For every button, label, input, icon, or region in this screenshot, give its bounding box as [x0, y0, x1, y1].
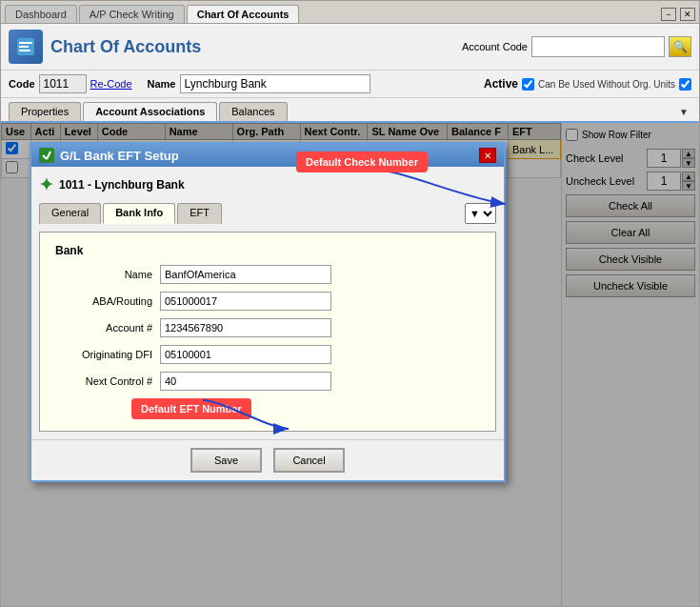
page-title: Chart Of Accounts [50, 37, 454, 57]
form-label-dfi: Originating DFI [55, 349, 160, 360]
svg-rect-1 [19, 42, 32, 44]
svg-rect-2 [19, 46, 29, 48]
dialog-footer: Save Cancel [31, 439, 504, 480]
form-row-account: Account # [55, 318, 480, 337]
page-header: Chart Of Accounts Account Code 🔍 [1, 24, 699, 71]
active-note: Can Be Used Without Org. Units [538, 79, 675, 90]
account-code-area: Account Code 🔍 [462, 36, 691, 57]
recode-link[interactable]: Re-Code [90, 78, 132, 90]
name-input[interactable] [180, 74, 370, 93]
name-label: Name [148, 78, 176, 90]
sub-tab-account-associations[interactable]: Account Associations [83, 102, 217, 121]
minimize-button[interactable]: − [661, 8, 676, 21]
close-button[interactable]: ✕ [680, 8, 695, 21]
dialog-title-icon [39, 148, 54, 163]
tab-chart-accounts[interactable]: Chart Of Accounts [187, 5, 300, 23]
account-code-label: Account Code [462, 41, 528, 52]
dialog-account-title: 1011 - Lynchburg Bank [59, 178, 185, 192]
sub-tab-balances[interactable]: Balances [219, 102, 287, 121]
dialog-title-bar: G/L Bank EFT Setup ✕ [31, 144, 504, 167]
window-controls: − ✕ [661, 8, 695, 23]
main-window: Dashboard A/P Check Writing Chart Of Acc… [0, 0, 700, 607]
code-input[interactable] [39, 74, 87, 93]
save-button[interactable]: Save [190, 448, 262, 473]
form-input-name[interactable] [160, 265, 331, 284]
dialog-overlay: G/L Bank EFT Setup ✕ ✦ 1011 - Lynchburg … [1, 123, 699, 606]
active-note-checkbox[interactable] [679, 78, 691, 91]
dialog-tab-bank-info[interactable]: Bank Info [103, 203, 175, 224]
sub-tab-properties[interactable]: Properties [9, 102, 81, 121]
bank-section-label: Bank [55, 244, 480, 257]
svg-rect-3 [19, 50, 30, 51]
form-label-account: Account # [55, 322, 160, 334]
tab-check-writing[interactable]: A/P Check Writing [79, 5, 185, 23]
search-button[interactable]: 🔍 [669, 36, 691, 57]
cancel-button[interactable]: Cancel [273, 448, 345, 473]
content-area: Use Acti Level Code Name Org. Path Next … [1, 123, 699, 606]
tab-bar: Dashboard A/P Check Writing Chart Of Acc… [1, 1, 699, 24]
form-label-routing: ABA/Routing [55, 295, 160, 307]
active-checkbox[interactable] [522, 78, 534, 91]
name-group: Name [148, 74, 370, 93]
code-group: Code Re-Code [9, 74, 132, 93]
form-row-routing: ABA/Routing [55, 292, 480, 311]
svg-rect-4 [41, 150, 52, 161]
form-input-account[interactable] [160, 318, 331, 337]
form-row-name: Name [55, 265, 480, 284]
form-input-dfi[interactable] [160, 345, 331, 364]
code-label: Code [9, 78, 35, 90]
account-code-input[interactable] [531, 36, 665, 57]
tab-dashboard[interactable]: Dashboard [5, 5, 77, 23]
dialog-tab-general[interactable]: General [39, 203, 101, 224]
form-label-next-control: Next Control # [55, 375, 160, 387]
form-label-name: Name [55, 269, 160, 280]
page-icon [9, 30, 43, 64]
form-row-dfi: Originating DFI [55, 345, 480, 364]
sub-tab-bar: Properties Account Associations Balances… [1, 98, 699, 123]
form-input-routing[interactable] [160, 292, 331, 311]
active-area: Active Can Be Used Without Org. Units [484, 77, 691, 91]
dialog-body: ✦ 1011 - Lynchburg Bank General Bank Inf… [31, 167, 504, 439]
fields-row: Code Re-Code Name Active Can Be Used Wit… [1, 71, 699, 98]
dialog: G/L Bank EFT Setup ✕ ✦ 1011 - Lynchburg … [30, 142, 506, 482]
dialog-tab-eft[interactable]: EFT [177, 203, 222, 224]
main-content: Chart Of Accounts Account Code 🔍 Code Re… [1, 24, 699, 606]
form-input-next-control[interactable] [160, 372, 331, 391]
form-row-next-control: Next Control # [55, 372, 480, 391]
active-label: Active [484, 77, 518, 91]
dialog-tab-bar: General Bank Info EFT ▼ [39, 203, 496, 224]
sub-tab-dropdown[interactable]: ▼ [676, 102, 691, 121]
eft-callout: Default EFT Number [131, 398, 251, 419]
dialog-tab-select[interactable]: ▼ [465, 203, 496, 224]
check-number-callout: Default Check Number [296, 152, 428, 172]
dialog-tab-content: Bank Name ABA/Routing Account # [39, 232, 496, 432]
dialog-close-button[interactable]: ✕ [479, 148, 496, 163]
